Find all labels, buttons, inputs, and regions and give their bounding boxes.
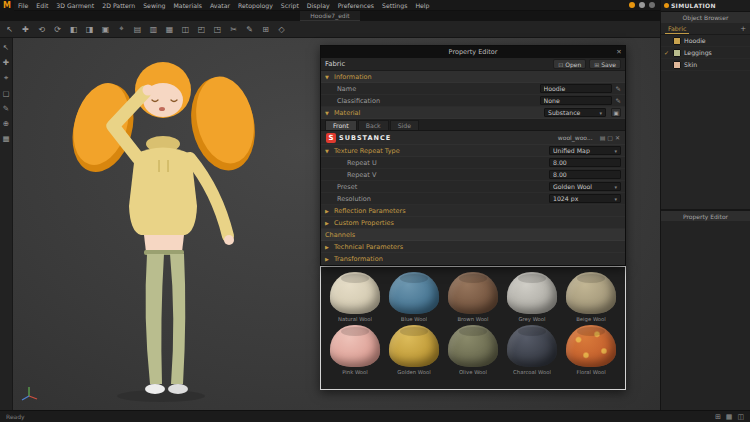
material-item[interactable]: Blue Wool	[386, 272, 442, 322]
expand-triangle-icon[interactable]: ▼	[325, 110, 331, 116]
menu-item[interactable]: Retopology	[234, 0, 277, 11]
toolbar-icon[interactable]: ◇	[276, 25, 287, 34]
menu-item[interactable]: Avatar	[206, 0, 234, 11]
material-thumbnail[interactable]	[507, 325, 557, 367]
material-thumbnail[interactable]	[448, 272, 498, 314]
menu-item[interactable]: Preferences	[334, 0, 378, 11]
material-item[interactable]: Natural Wool	[327, 272, 383, 322]
menu-item[interactable]: 2D Pattern	[98, 0, 139, 11]
edit-pencil-icon[interactable]: ✎	[616, 97, 621, 105]
toolbar-icon[interactable]: ▤	[132, 25, 143, 34]
add-icon[interactable]: +	[740, 25, 746, 33]
material-section-header[interactable]: ▼ Material Substance ▾ ▣	[321, 107, 625, 119]
toolbar-icon[interactable]: ↖	[4, 25, 15, 34]
expand-triangle-icon[interactable]: ▼	[325, 74, 331, 80]
toolbar-icon[interactable]: ✚	[20, 25, 31, 34]
material-item[interactable]: Floral Wool	[563, 325, 619, 375]
information-section-header[interactable]: ▼ Information	[321, 71, 625, 83]
material-type-dropdown[interactable]: Substance ▾	[544, 108, 606, 117]
material-item[interactable]: Beige Wool	[563, 272, 619, 322]
open-button[interactable]: ⊡ Open	[553, 59, 586, 69]
object-list-item[interactable]: ✓ Hoodie	[661, 35, 750, 47]
tool-icon[interactable]: ⊕	[3, 119, 9, 128]
technical-parameters-header[interactable]: ▶ Technical Parameters	[321, 241, 625, 253]
statusbar-icon[interactable]: ▦	[726, 413, 733, 421]
material-item[interactable]: Olive Wool	[445, 325, 501, 375]
substance-action-icon[interactable]: ▢	[607, 134, 613, 141]
close-icon[interactable]: ✕	[613, 48, 625, 56]
tool-icon[interactable]: ⌖	[4, 73, 8, 83]
repeat-v-field[interactable]: 8.00	[549, 170, 621, 179]
collapsed-triangle-icon[interactable]: ▶	[325, 256, 331, 262]
collapsed-triangle-icon[interactable]: ▶	[325, 244, 331, 250]
menu-item[interactable]: Help	[411, 0, 433, 11]
material-thumbnail[interactable]	[389, 325, 439, 367]
menu-item[interactable]: File	[14, 0, 32, 11]
material-item[interactable]: Golden Wool	[386, 325, 442, 375]
reflection-section-header[interactable]: ▶ Reflection Parameters	[321, 205, 625, 217]
material-tab[interactable]: Back	[358, 120, 389, 130]
classification-value-field[interactable]: None	[540, 96, 612, 105]
texture-repeat-section[interactable]: ▼ Texture Repeat Type Unified Map ▾	[321, 145, 625, 157]
avatar-character[interactable]	[23, 46, 323, 406]
tool-icon[interactable]: ✎	[3, 104, 9, 113]
material-item[interactable]: Brown Wool	[445, 272, 501, 322]
texture-repeat-dropdown[interactable]: Unified Map ▾	[549, 146, 621, 155]
statusbar-icon[interactable]: ⊞	[715, 413, 721, 421]
toolbar-icon[interactable]: ▣	[100, 25, 111, 34]
channels-section-header[interactable]: Channels	[321, 229, 625, 241]
object-list-item[interactable]: ✓ Skin	[661, 59, 750, 71]
menu-item[interactable]: Materials	[170, 0, 206, 11]
collapsed-triangle-icon[interactable]: ▶	[325, 208, 331, 214]
menu-item[interactable]: Settings	[378, 0, 411, 11]
tool-icon[interactable]: ▢	[2, 89, 9, 98]
menubar-icon[interactable]	[649, 2, 655, 8]
tool-icon[interactable]: ✚	[3, 58, 9, 67]
toolbar-icon[interactable]: ◧	[68, 25, 79, 34]
material-item[interactable]: Charcoal Wool	[504, 325, 560, 375]
tool-icon[interactable]: ↖	[3, 43, 9, 52]
statusbar-icon[interactable]: ◫	[737, 413, 744, 421]
material-thumbnail[interactable]	[330, 272, 380, 314]
tab-fabric[interactable]: Fabric	[665, 23, 689, 34]
menubar-icon[interactable]	[629, 2, 635, 8]
toolbar-icon[interactable]: ⟲	[36, 25, 47, 34]
toolbar-icon[interactable]: ◰	[196, 25, 207, 34]
toolbar-icon[interactable]: ◫	[180, 25, 191, 34]
material-panel-button[interactable]: ▣	[611, 108, 621, 117]
toolbar-icon[interactable]: ▥	[148, 25, 159, 34]
material-tab[interactable]: Side	[390, 120, 419, 130]
resolution-dropdown[interactable]: 1024 px ▾	[549, 194, 621, 203]
menu-item[interactable]: Display	[303, 0, 334, 11]
document-tab[interactable]: Hoodie7_edit	[300, 11, 359, 21]
toolbar-icon[interactable]: ⌖	[116, 24, 127, 34]
material-thumbnail[interactable]	[566, 325, 616, 367]
toolbar-icon[interactable]: ⟳	[52, 25, 63, 34]
material-thumbnail[interactable]	[330, 325, 380, 367]
expand-triangle-icon[interactable]: ▼	[325, 148, 331, 154]
name-value-field[interactable]: Hoodie	[540, 84, 612, 93]
material-thumbnail[interactable]	[507, 272, 557, 314]
save-button[interactable]: ⊞ Save	[589, 59, 621, 69]
transformation-header[interactable]: ▶ Transformation	[321, 253, 625, 265]
property-editor-titlebar[interactable]: Property Editor ✕	[321, 46, 625, 58]
material-item[interactable]: Pink Wool	[327, 325, 383, 375]
material-thumbnail[interactable]	[389, 272, 439, 314]
collapsed-triangle-icon[interactable]: ▶	[325, 220, 331, 226]
object-browser-title[interactable]: Object Browser	[661, 12, 750, 23]
sidebar-property-editor-header[interactable]: Property Editor	[661, 210, 750, 221]
substance-action-icon[interactable]: ✕	[615, 134, 620, 141]
menu-item[interactable]: Edit	[32, 0, 52, 11]
toolbar-icon[interactable]: ✂	[228, 25, 239, 34]
material-tab[interactable]: Front	[325, 120, 357, 130]
toolbar-icon[interactable]: ◨	[84, 25, 95, 34]
toolbar-icon[interactable]: ⊞	[260, 25, 271, 34]
tool-icon[interactable]: ▦	[2, 134, 9, 143]
menu-item[interactable]: 3D Garment	[52, 0, 98, 11]
material-item[interactable]: Grey Wool	[504, 272, 560, 322]
substance-action-icon[interactable]: ▤	[600, 134, 606, 141]
toolbar-icon[interactable]: ✎	[244, 25, 255, 34]
toolbar-icon[interactable]: ▦	[164, 25, 175, 34]
object-list-item[interactable]: ✓ Leggings	[661, 47, 750, 59]
edit-pencil-icon[interactable]: ✎	[616, 85, 621, 93]
